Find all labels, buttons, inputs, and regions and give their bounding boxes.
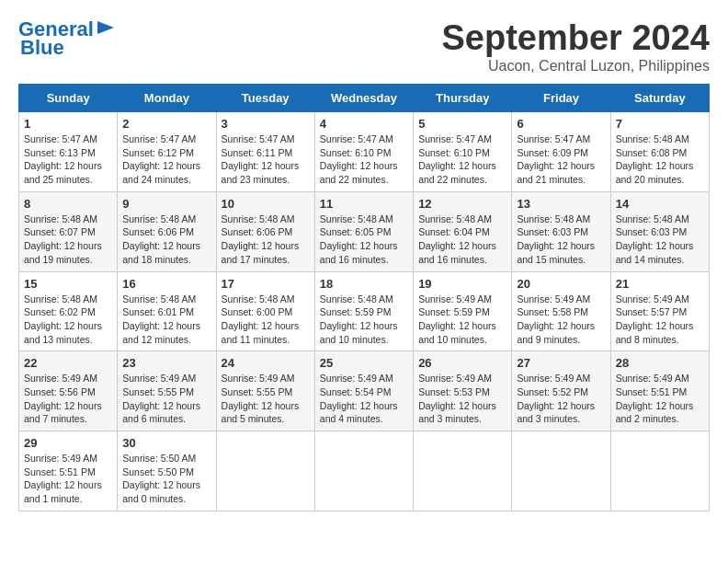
calendar-day-12: 12Sunrise: 5:48 AMSunset: 6:04 PMDayligh… — [414, 191, 512, 271]
calendar-day-11: 11Sunrise: 5:48 AMSunset: 6:05 PMDayligh… — [314, 191, 413, 271]
calendar-day-20: 20Sunrise: 5:49 AMSunset: 5:58 PMDayligh… — [512, 271, 610, 351]
calendar-day-9: 9Sunrise: 5:48 AMSunset: 6:06 PMDaylight… — [118, 191, 216, 271]
day-number: 12 — [418, 197, 506, 211]
calendar-day-2: 2Sunrise: 5:47 AMSunset: 6:12 PMDaylight… — [118, 112, 216, 192]
calendar-day-3: 3Sunrise: 5:47 AMSunset: 6:11 PMDaylight… — [216, 112, 314, 192]
calendar-day-4: 4Sunrise: 5:47 AMSunset: 6:10 PMDaylight… — [314, 112, 413, 192]
location-title: Uacon, Central Luzon, Philippines — [442, 58, 711, 75]
calendar-week-3: 15Sunrise: 5:48 AMSunset: 6:02 PMDayligh… — [19, 271, 710, 351]
calendar-day-8: 8Sunrise: 5:48 AMSunset: 6:07 PMDaylight… — [19, 191, 118, 271]
day-number: 1 — [24, 117, 112, 131]
day-number: 2 — [122, 117, 210, 131]
calendar-day-26: 26Sunrise: 5:49 AMSunset: 5:53 PMDayligh… — [414, 351, 512, 431]
day-detail: Sunrise: 5:47 AMSunset: 6:10 PMDaylight:… — [320, 132, 408, 187]
day-number: 29 — [24, 436, 112, 450]
day-detail: Sunrise: 5:48 AMSunset: 6:06 PMDaylight:… — [122, 213, 210, 267]
day-detail: Sunrise: 5:47 AMSunset: 6:10 PMDaylight:… — [418, 132, 506, 187]
calendar-table: SundayMondayTuesdayWednesdayThursdayFrid… — [18, 84, 710, 511]
day-number: 13 — [517, 197, 605, 211]
calendar-day-29: 29Sunrise: 5:49 AMSunset: 5:51 PMDayligh… — [19, 431, 118, 511]
calendar-day-21: 21Sunrise: 5:49 AMSunset: 5:57 PMDayligh… — [610, 271, 709, 351]
day-number: 4 — [320, 117, 408, 131]
calendar-week-5: 29Sunrise: 5:49 AMSunset: 5:51 PMDayligh… — [19, 431, 710, 511]
calendar-day-16: 16Sunrise: 5:48 AMSunset: 6:01 PMDayligh… — [118, 271, 216, 351]
col-header-sunday: Sunday — [19, 85, 118, 112]
day-number: 7 — [616, 117, 704, 131]
day-detail: Sunrise: 5:48 AMSunset: 6:05 PMDaylight:… — [320, 213, 408, 267]
day-number: 24 — [222, 356, 310, 370]
day-number: 27 — [517, 356, 605, 370]
calendar-day-24: 24Sunrise: 5:49 AMSunset: 5:55 PMDayligh… — [216, 351, 314, 431]
day-number: 14 — [616, 197, 704, 211]
calendar-day-19: 19Sunrise: 5:49 AMSunset: 5:59 PMDayligh… — [414, 271, 512, 351]
calendar-day-10: 10Sunrise: 5:48 AMSunset: 6:06 PMDayligh… — [216, 191, 314, 271]
day-detail: Sunrise: 5:49 AMSunset: 5:59 PMDaylight:… — [418, 293, 506, 347]
day-detail: Sunrise: 5:48 AMSunset: 6:03 PMDaylight:… — [517, 213, 605, 267]
calendar-day-5: 5Sunrise: 5:47 AMSunset: 6:10 PMDaylight… — [414, 112, 512, 192]
logo-text-block: General Blue — [18, 18, 116, 59]
day-detail: Sunrise: 5:47 AMSunset: 6:12 PMDaylight:… — [122, 132, 210, 187]
calendar-day-13: 13Sunrise: 5:48 AMSunset: 6:03 PMDayligh… — [512, 191, 610, 271]
col-header-thursday: Thursday — [414, 85, 512, 112]
day-number: 21 — [616, 277, 704, 291]
day-number: 30 — [122, 436, 210, 450]
day-number: 16 — [122, 277, 210, 291]
day-detail: Sunrise: 5:49 AMSunset: 5:56 PMDaylight:… — [24, 372, 112, 426]
day-detail: Sunrise: 5:49 AMSunset: 5:55 PMDaylight:… — [222, 372, 310, 426]
calendar-week-4: 22Sunrise: 5:49 AMSunset: 5:56 PMDayligh… — [19, 351, 710, 431]
day-number: 6 — [517, 117, 605, 131]
logo-arrow-icon — [96, 17, 116, 38]
day-number: 15 — [24, 277, 112, 291]
day-detail: Sunrise: 5:49 AMSunset: 5:54 PMDaylight:… — [320, 372, 408, 426]
day-number: 25 — [320, 356, 408, 370]
calendar-day-empty — [314, 431, 413, 511]
day-number: 10 — [222, 197, 310, 211]
day-detail: Sunrise: 5:48 AMSunset: 6:08 PMDaylight:… — [616, 132, 704, 187]
calendar-day-18: 18Sunrise: 5:48 AMSunset: 5:59 PMDayligh… — [314, 271, 413, 351]
day-detail: Sunrise: 5:49 AMSunset: 5:52 PMDaylight:… — [517, 372, 605, 426]
day-detail: Sunrise: 5:48 AMSunset: 6:07 PMDaylight:… — [24, 213, 112, 267]
day-detail: Sunrise: 5:48 AMSunset: 6:04 PMDaylight:… — [418, 213, 506, 267]
calendar-week-2: 8Sunrise: 5:48 AMSunset: 6:07 PMDaylight… — [19, 191, 710, 271]
day-number: 20 — [517, 277, 605, 291]
calendar-day-6: 6Sunrise: 5:47 AMSunset: 6:09 PMDaylight… — [512, 112, 610, 192]
day-number: 3 — [222, 117, 310, 131]
day-detail: Sunrise: 5:48 AMSunset: 6:01 PMDaylight:… — [122, 293, 210, 347]
calendar-day-28: 28Sunrise: 5:49 AMSunset: 5:51 PMDayligh… — [610, 351, 709, 431]
calendar-day-empty — [512, 431, 610, 511]
calendar-day-27: 27Sunrise: 5:49 AMSunset: 5:52 PMDayligh… — [512, 351, 610, 431]
calendar-day-empty — [610, 431, 709, 511]
day-number: 17 — [222, 277, 310, 291]
calendar-day-17: 17Sunrise: 5:48 AMSunset: 6:00 PMDayligh… — [216, 271, 314, 351]
calendar-day-22: 22Sunrise: 5:49 AMSunset: 5:56 PMDayligh… — [19, 351, 118, 431]
logo: General Blue — [18, 18, 116, 59]
day-detail: Sunrise: 5:47 AMSunset: 6:09 PMDaylight:… — [517, 132, 605, 187]
day-detail: Sunrise: 5:49 AMSunset: 5:58 PMDaylight:… — [517, 293, 605, 347]
day-detail: Sunrise: 5:49 AMSunset: 5:51 PMDaylight:… — [616, 372, 704, 426]
day-detail: Sunrise: 5:49 AMSunset: 5:57 PMDaylight:… — [616, 293, 704, 347]
day-number: 26 — [418, 356, 506, 370]
calendar-day-14: 14Sunrise: 5:48 AMSunset: 6:03 PMDayligh… — [610, 191, 709, 271]
day-detail: Sunrise: 5:48 AMSunset: 6:02 PMDaylight:… — [24, 293, 112, 347]
calendar-week-1: 1Sunrise: 5:47 AMSunset: 6:13 PMDaylight… — [19, 112, 710, 192]
day-detail: Sunrise: 5:48 AMSunset: 6:03 PMDaylight:… — [616, 213, 704, 267]
calendar-day-23: 23Sunrise: 5:49 AMSunset: 5:55 PMDayligh… — [118, 351, 216, 431]
day-number: 9 — [122, 197, 210, 211]
svg-marker-0 — [97, 21, 114, 34]
month-title: September 2024 — [442, 18, 711, 58]
day-detail: Sunrise: 5:48 AMSunset: 5:59 PMDaylight:… — [320, 293, 408, 347]
day-number: 18 — [320, 277, 408, 291]
page-header: General Blue September 2024 Uacon, Centr… — [18, 18, 710, 75]
day-detail: Sunrise: 5:49 AMSunset: 5:55 PMDaylight:… — [122, 372, 210, 426]
day-number: 8 — [24, 197, 112, 211]
logo-blue: Blue — [18, 37, 64, 59]
day-detail: Sunrise: 5:50 AMSunset: 5:50 PMDaylight:… — [122, 452, 210, 506]
calendar-day-25: 25Sunrise: 5:49 AMSunset: 5:54 PMDayligh… — [314, 351, 413, 431]
day-detail: Sunrise: 5:48 AMSunset: 6:00 PMDaylight:… — [222, 293, 310, 347]
day-number: 23 — [122, 356, 210, 370]
col-header-tuesday: Tuesday — [216, 85, 314, 112]
calendar-day-15: 15Sunrise: 5:48 AMSunset: 6:02 PMDayligh… — [19, 271, 118, 351]
day-number: 28 — [616, 356, 704, 370]
col-header-friday: Friday — [512, 85, 610, 112]
day-number: 11 — [320, 197, 408, 211]
